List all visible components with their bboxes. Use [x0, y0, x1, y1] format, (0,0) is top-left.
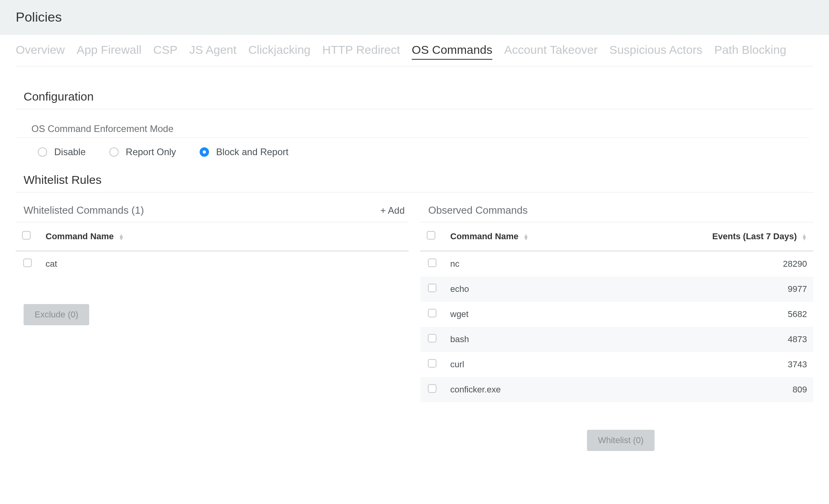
command-name-cell: cat — [39, 251, 409, 277]
table-row: cat — [16, 251, 409, 277]
tab-clickjacking[interactable]: Clickjacking — [248, 42, 310, 59]
radio-label: Disable — [54, 147, 86, 158]
enforcement-option-report-only[interactable]: Report Only — [109, 147, 176, 158]
command-name-cell: bash — [444, 327, 613, 352]
row-checkbox-cell — [420, 327, 444, 352]
enforcement-mode-options: DisableReport OnlyBlock and Report — [16, 138, 813, 161]
table-row: bash4873 — [420, 327, 813, 352]
command-name-cell: conficker.exe — [444, 377, 613, 402]
observed-commands-panel: Observed Commands Command Name ▲▼ Events… — [420, 204, 813, 451]
whitelisted-commands-panel: Whitelisted Commands (1) + Add Command N… — [16, 204, 409, 451]
command-name-cell: echo — [444, 277, 613, 302]
table-row: nc28290 — [420, 251, 813, 277]
tab-js-agent[interactable]: JS Agent — [189, 42, 237, 59]
enforcement-option-disable[interactable]: Disable — [38, 147, 86, 158]
row-checkbox[interactable] — [428, 384, 437, 393]
observed-col-command-name[interactable]: Command Name ▲▼ — [444, 222, 613, 251]
command-name-cell: curl — [444, 352, 613, 377]
command-name-cell: nc — [444, 251, 613, 277]
radio-icon — [109, 147, 119, 157]
add-whitelist-button[interactable]: + Add — [380, 205, 405, 216]
tab-csp[interactable]: CSP — [153, 42, 178, 59]
sort-icon: ▲▼ — [801, 234, 807, 240]
events-cell: 9977 — [613, 277, 813, 302]
observed-select-all-cell — [420, 222, 444, 251]
table-row: wget5682 — [420, 302, 813, 327]
page-title: Policies — [16, 9, 813, 25]
tabs-container: OverviewApp FirewallCSPJS AgentClickjack… — [0, 35, 829, 66]
sort-icon: ▲▼ — [523, 234, 529, 240]
sort-icon: ▲▼ — [119, 234, 124, 240]
rules-layout: Whitelisted Commands (1) + Add Command N… — [16, 192, 813, 451]
observed-table: Command Name ▲▼ Events (Last 7 Days) ▲▼ … — [420, 222, 813, 402]
events-cell: 28290 — [613, 251, 813, 277]
radio-icon — [38, 147, 47, 157]
observed-panel-header: Observed Commands — [420, 204, 813, 222]
radio-label: Block and Report — [216, 147, 288, 158]
row-checkbox-cell — [16, 251, 39, 277]
events-cell: 4873 — [613, 327, 813, 352]
row-checkbox[interactable] — [428, 258, 437, 267]
whitelisted-panel-header: Whitelisted Commands (1) + Add — [16, 204, 409, 222]
events-cell: 5682 — [613, 302, 813, 327]
row-checkbox-cell — [420, 302, 444, 327]
observed-col-events-label: Events (Last 7 Days) — [712, 231, 797, 241]
tab-path-blocking[interactable]: Path Blocking — [714, 42, 786, 59]
tab-overview[interactable]: Overview — [16, 42, 65, 59]
row-checkbox[interactable] — [23, 258, 32, 267]
observed-col-events[interactable]: Events (Last 7 Days) ▲▼ — [613, 222, 813, 251]
table-row: echo9977 — [420, 277, 813, 302]
row-checkbox-cell — [420, 251, 444, 277]
row-checkbox[interactable] — [428, 309, 437, 317]
tab-suspicious-actors[interactable]: Suspicious Actors — [609, 42, 702, 59]
row-checkbox-cell — [420, 377, 444, 402]
whitelist-rules-title: Whitelist Rules — [16, 161, 813, 192]
observed-panel-title: Observed Commands — [428, 204, 528, 216]
whitelisted-select-all-cell — [16, 222, 39, 251]
whitelisted-panel-title: Whitelisted Commands (1) — [24, 204, 144, 216]
row-checkbox[interactable] — [428, 284, 437, 292]
row-checkbox[interactable] — [428, 334, 437, 343]
content: Configuration OS Command Enforcement Mod… — [0, 66, 829, 475]
tab-http-redirect[interactable]: HTTP Redirect — [322, 42, 400, 59]
events-cell: 3743 — [613, 352, 813, 377]
observed-col-command-name-label: Command Name — [450, 231, 519, 241]
observed-select-all-checkbox[interactable] — [427, 231, 435, 240]
row-checkbox-cell — [420, 352, 444, 377]
whitelisted-col-command-name-label: Command Name — [46, 231, 114, 241]
tab-app-firewall[interactable]: App Firewall — [77, 42, 141, 59]
row-checkbox[interactable] — [428, 359, 437, 368]
whitelisted-select-all-checkbox[interactable] — [22, 231, 31, 240]
command-name-cell: wget — [444, 302, 613, 327]
events-cell: 809 — [613, 377, 813, 402]
whitelist-button[interactable]: Whitelist (0) — [587, 430, 655, 451]
page-header: Policies — [0, 0, 829, 35]
tab-os-commands[interactable]: OS Commands — [412, 42, 492, 60]
whitelisted-table: Command Name ▲▼ cat — [16, 222, 409, 277]
tab-account-takeover[interactable]: Account Takeover — [504, 42, 598, 59]
exclude-button[interactable]: Exclude (0) — [24, 304, 89, 325]
table-row: curl3743 — [420, 352, 813, 377]
radio-label: Report Only — [126, 147, 176, 158]
enforcement-mode-label: OS Command Enforcement Mode — [16, 109, 809, 138]
configuration-title: Configuration — [16, 78, 813, 109]
radio-icon — [200, 147, 209, 157]
enforcement-option-block-and-report[interactable]: Block and Report — [200, 147, 288, 158]
row-checkbox-cell — [420, 277, 444, 302]
table-row: conficker.exe809 — [420, 377, 813, 402]
whitelisted-col-command-name[interactable]: Command Name ▲▼ — [39, 222, 409, 251]
